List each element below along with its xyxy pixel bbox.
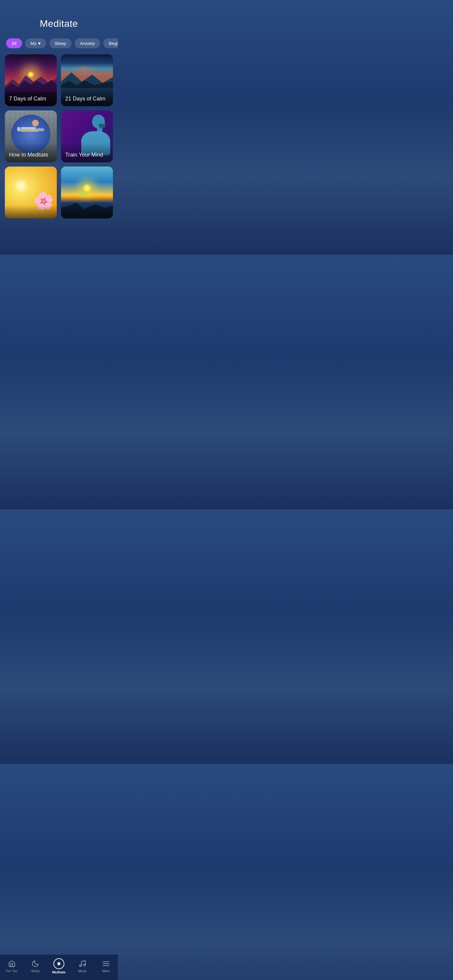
- card-how-to-meditate[interactable]: How to Meditate: [5, 110, 57, 162]
- card-21days-label: 21 Days of Calm: [61, 87, 113, 106]
- header: Meditate: [0, 0, 118, 35]
- card-sky-label: [61, 205, 113, 218]
- heart-icon: ♥: [38, 41, 41, 46]
- card-21days[interactable]: 21 Days of Calm: [61, 54, 113, 106]
- card-7days[interactable]: 7 Days of Calm: [5, 54, 57, 106]
- filter-sleep[interactable]: Sleep: [49, 38, 72, 48]
- filter-row: All My ♥ Sleep Anxiety Beginners: [0, 35, 118, 54]
- card-sky[interactable]: [61, 167, 113, 218]
- card-train-your-mind[interactable]: Train Your Mind: [61, 110, 113, 162]
- card-grid: 7 Days of Calm 21 Days of Calm: [0, 54, 118, 255]
- card-lotus[interactable]: 🌸: [5, 167, 57, 218]
- filter-anxiety[interactable]: Anxiety: [75, 38, 100, 48]
- card-train-title: Train Your Mind: [65, 152, 103, 158]
- card-7days-label: 7 Days of Calm: [5, 87, 57, 106]
- filter-beginners[interactable]: Beginners: [103, 38, 118, 48]
- filter-all[interactable]: All: [6, 38, 22, 48]
- card-21days-title: 21 Days of Calm: [65, 95, 105, 102]
- card-meditate-title: How to Meditate: [9, 152, 48, 158]
- card-7days-title: 7 Days of Calm: [9, 95, 46, 102]
- card-lotus-label: [5, 205, 57, 218]
- page-title: Meditate: [6, 18, 112, 29]
- card-train-label: Train Your Mind: [61, 143, 113, 162]
- card-meditate-label: How to Meditate: [5, 143, 57, 162]
- filter-my[interactable]: My ♥: [25, 38, 46, 48]
